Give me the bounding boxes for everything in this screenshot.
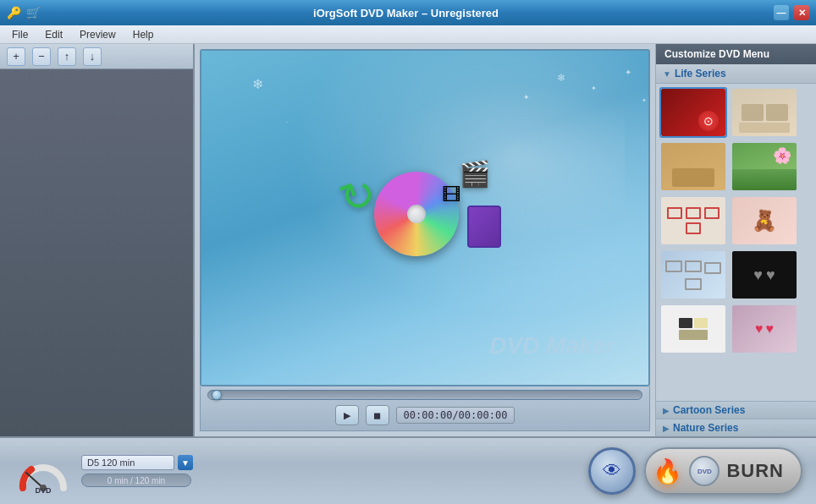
- dvd-progress-bar: 0 min / 120 min: [81, 474, 191, 487]
- thumb-row-3: 🧸: [659, 195, 813, 246]
- cartoon-series-arrow-icon: ▶: [663, 406, 670, 415]
- title-bar: 🔑 🛒 iOrgSoft DVD Maker – Unregistered — …: [0, 0, 816, 25]
- progress-thumb[interactable]: [212, 390, 222, 400]
- move-up-button[interactable]: ↑: [58, 47, 76, 66]
- file-list: [0, 69, 193, 436]
- eye-icon: 👁: [603, 460, 621, 482]
- preview-area: ❄ ❄ ✦ ✦ ✦ ✦ · ↻ 🎬 �: [200, 49, 650, 386]
- thumbnail-1[interactable]: ⊙: [659, 87, 727, 138]
- center-panel: ❄ ❄ ✦ ✦ ✦ ✦ · ↻ 🎬 �: [195, 44, 655, 436]
- menu-preview[interactable]: Preview: [71, 27, 124, 42]
- title-icons-left: 🔑 🛒: [7, 6, 41, 19]
- preview-dvd-text: DVD Maker: [489, 332, 615, 359]
- minimize-button[interactable]: —: [774, 5, 789, 20]
- menu-help[interactable]: Help: [124, 27, 163, 42]
- dvd-type-selector: D5 120 min ▼ 0 min / 120 min: [81, 455, 193, 487]
- thumbnail-7[interactable]: [659, 249, 727, 300]
- play-button[interactable]: ▶: [335, 405, 359, 425]
- move-down-button[interactable]: ↓: [83, 47, 102, 66]
- thumbnails-grid: ⊙: [656, 84, 816, 401]
- add-file-button[interactable]: +: [7, 47, 25, 66]
- thumb-row-1: ⊙: [659, 87, 813, 138]
- menu-edit[interactable]: Edit: [36, 27, 71, 42]
- thumb-row-4: ♥ ♥: [659, 249, 813, 300]
- thumbnail-8[interactable]: ♥ ♥: [731, 249, 798, 300]
- remove-file-button[interactable]: −: [32, 47, 51, 66]
- thumbnail-4[interactable]: 🌸: [731, 141, 798, 192]
- bottom-bar: DVD D5 120 min ▼ 0 min / 120 min 👁 🔥 DVD…: [0, 436, 816, 504]
- right-panel: Customize DVD Menu ▼ Life Series ⊙: [655, 44, 816, 436]
- flame-icon: 🔥: [653, 457, 682, 485]
- close-button[interactable]: ✕: [794, 5, 809, 20]
- thumbnail-5[interactable]: [659, 195, 727, 246]
- film-strip-icon: [467, 205, 501, 248]
- burn-button[interactable]: 🔥 DVD BURN: [644, 447, 802, 495]
- key-icon: 🔑: [7, 6, 21, 19]
- window-title: iOrgSoft DVD Maker – Unregistered: [41, 7, 771, 19]
- burn-disc-icon: DVD: [689, 456, 720, 486]
- burn-label: BURN: [726, 460, 784, 482]
- burn-disc-label: DVD: [697, 468, 712, 475]
- left-panel: + − ↑ ↓: [0, 44, 195, 436]
- stop-button[interactable]: ◼: [366, 405, 389, 425]
- dvd-gauge: DVD: [14, 446, 73, 496]
- left-toolbar: + − ↑ ↓: [0, 44, 193, 69]
- thumbnail-3[interactable]: [659, 141, 727, 192]
- dvd-type-dropdown-arrow[interactable]: ▼: [178, 455, 193, 470]
- life-series-header[interactable]: ▼ Life Series: [656, 64, 816, 84]
- menu-file[interactable]: File: [3, 27, 36, 42]
- nature-series-label: Nature Series: [673, 422, 738, 434]
- film-camera-icon: 🎞: [442, 184, 460, 206]
- customize-dvd-menu-header: Customize DVD Menu: [656, 44, 816, 64]
- dvd-type-dropdown[interactable]: D5 120 min: [81, 455, 174, 470]
- preview-eye-button[interactable]: 👁: [588, 447, 636, 495]
- film-clapper-top-icon: 🎬: [459, 159, 490, 189]
- thumbnail-10[interactable]: ♥ ♥: [731, 304, 798, 354]
- thumb-row-5: ♥ ♥: [659, 304, 813, 354]
- nature-series-arrow-icon: ▶: [663, 424, 670, 433]
- dvd-progress-text: 0 min / 120 min: [108, 476, 165, 485]
- thumbnail-9[interactable]: [659, 304, 727, 354]
- cart-icon: 🛒: [26, 6, 41, 19]
- life-series-label: Life Series: [675, 68, 726, 79]
- cartoon-series-label: Cartoon Series: [673, 404, 745, 416]
- gauge-label: DVD: [14, 486, 73, 495]
- thumb-row-2: 🌸: [659, 141, 813, 192]
- main-area: + − ↑ ↓ ❄ ❄ ✦ ✦ ✦ ✦ ·: [0, 44, 816, 436]
- thumbnail-2[interactable]: [731, 87, 798, 138]
- time-display: 00:00:00/00:00:00: [396, 407, 516, 424]
- menu-bar: File Edit Preview Help: [0, 25, 816, 44]
- cartoon-series-header[interactable]: ▶ Cartoon Series: [656, 401, 816, 419]
- nature-series-header[interactable]: ▶ Nature Series: [656, 419, 816, 436]
- life-series-arrow-icon: ▼: [663, 69, 671, 79]
- player-controls: ▶ ◼ 00:00:00/00:00:00: [200, 386, 650, 431]
- thumbnail-6[interactable]: 🧸: [731, 195, 798, 246]
- progress-bar[interactable]: [207, 390, 642, 400]
